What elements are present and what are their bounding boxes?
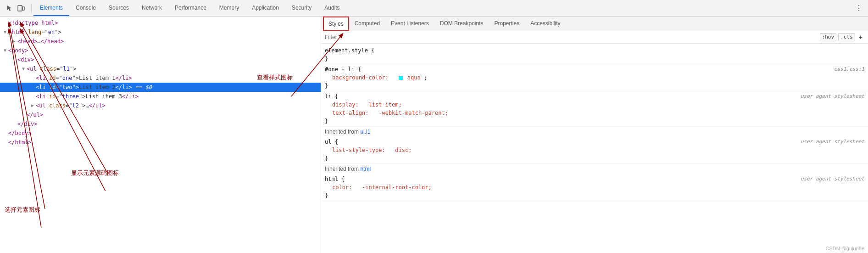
li-one-close: </li> bbox=[115, 73, 132, 83]
dom-line-ul[interactable]: ▼ <ul class =" l1 "> bbox=[0, 64, 321, 73]
list-style-val: disc; bbox=[395, 147, 412, 153]
filter-input[interactable] bbox=[325, 34, 820, 40]
device-toggle-icon[interactable] bbox=[17, 4, 26, 13]
select-element-icon[interactable] bbox=[6, 4, 15, 13]
tab-event-listeners[interactable]: Event Listeners bbox=[385, 17, 434, 31]
li-source: user agent stylesheet bbox=[801, 92, 864, 101]
dom-line-li-two[interactable]: <li id =" two "> List item 2 </li> == $0 bbox=[0, 83, 321, 92]
hov-button[interactable]: :hov bbox=[820, 33, 837, 41]
color-prop: color: bbox=[332, 184, 352, 191]
li-rule: li { user agent stylesheet display: list… bbox=[321, 91, 868, 127]
triangle-ul: ▼ bbox=[22, 64, 27, 73]
source-label: 显示元素源码图标 bbox=[71, 169, 119, 177]
body-close-tag: </body> bbox=[8, 129, 32, 138]
tab-performance[interactable]: Performance bbox=[168, 0, 213, 16]
add-style-button[interactable]: + bbox=[857, 33, 864, 41]
html-attr-lang-val: en bbox=[48, 28, 55, 37]
li-one-attr-val: one bbox=[62, 73, 72, 83]
ul-source: user agent stylesheet bbox=[801, 138, 864, 146]
display-val: list-item; bbox=[369, 101, 402, 108]
li-two-close: </li> bbox=[115, 83, 132, 92]
one-li-source[interactable]: css1.css:1 bbox=[834, 65, 864, 73]
dom-line-doctype[interactable]: <!doctype html> bbox=[0, 18, 321, 28]
ul-tag: <ul bbox=[27, 64, 37, 73]
tab-memory[interactable]: Memory bbox=[213, 0, 245, 16]
li-two-attr-val: two bbox=[62, 83, 72, 92]
triangle-html: ▼ bbox=[4, 28, 8, 37]
ul2-close: </ul> bbox=[89, 101, 106, 110]
tab-sources[interactable]: Sources bbox=[102, 0, 135, 16]
tab-properties[interactable]: Properties bbox=[489, 17, 525, 31]
svg-rect-1 bbox=[22, 7, 24, 10]
li-one-text: List item 1 bbox=[79, 73, 115, 83]
main-layout: <!doctype html> ▼ <html lang =" en "> ▶ … bbox=[0, 17, 868, 253]
inherited-from-html: Inherited from html bbox=[321, 164, 868, 174]
bg-color-prop: background-color: bbox=[332, 74, 389, 81]
styles-tabs: Styles Computed Event Listeners DOM Brea… bbox=[321, 17, 868, 31]
bg-color-val: aqua bbox=[407, 74, 421, 81]
tab-application[interactable]: Application bbox=[245, 0, 285, 16]
inherited-link-html[interactable]: html bbox=[360, 166, 371, 172]
dom-line-ul2[interactable]: ▶ <ul class =" l2 "> … </ul> bbox=[0, 101, 321, 110]
dom-line-html-close[interactable]: </html> bbox=[0, 138, 321, 147]
ul-close-tag: </ul> bbox=[27, 110, 43, 119]
ul-attr-class: class bbox=[40, 64, 56, 73]
dom-line-div[interactable]: <div> bbox=[0, 55, 321, 64]
text-align-prop: text-align: bbox=[332, 110, 368, 116]
body-tag: <body> bbox=[8, 46, 28, 55]
tab-computed[interactable]: Computed bbox=[349, 17, 385, 31]
list-style-prop: list-style-type: bbox=[332, 147, 385, 153]
filter-buttons: :hov .cls + bbox=[820, 33, 864, 41]
select-label: 选择元素图标 bbox=[5, 206, 40, 214]
dom-line-html[interactable]: ▼ <html lang =" en "> bbox=[0, 28, 321, 37]
dom-line-li-one[interactable]: <li id =" one "> List item 1 </li> bbox=[0, 73, 321, 83]
dom-line-div-close[interactable]: </div> bbox=[0, 119, 321, 129]
html-close-tag: </html> bbox=[8, 138, 32, 147]
div-tag: <div> bbox=[17, 55, 34, 64]
element-style-rule: element.style { } bbox=[321, 45, 868, 64]
div-close-tag: </div> bbox=[17, 119, 37, 129]
tab-elements[interactable]: Elements bbox=[33, 0, 69, 16]
tab-console[interactable]: Console bbox=[69, 0, 102, 16]
tab-audits[interactable]: Audits bbox=[318, 0, 346, 16]
dom-line-head[interactable]: ▶ <head> … </head> bbox=[0, 37, 321, 46]
li-three-close: </li> bbox=[122, 92, 139, 101]
more-tabs-button[interactable]: ⋮ bbox=[851, 4, 866, 12]
li-selector: li { bbox=[325, 93, 338, 100]
cls-button[interactable]: .cls bbox=[838, 33, 855, 41]
triangle-ul2: ▶ bbox=[31, 101, 36, 110]
dom-line-body[interactable]: ▼ <body> bbox=[0, 46, 321, 55]
html-tag: <html bbox=[8, 28, 25, 37]
tab-styles[interactable]: Styles bbox=[323, 17, 349, 31]
triangle-body: ▼ bbox=[4, 46, 8, 55]
tab-dom-breakpoints[interactable]: DOM Breakpoints bbox=[434, 17, 489, 31]
head-tag: <head> bbox=[17, 37, 37, 46]
li-two-tag: <li bbox=[36, 83, 46, 92]
toolbar-icons bbox=[2, 4, 29, 13]
dom-line-ul-close[interactable]: </ul> bbox=[0, 110, 321, 119]
display-prop: display: bbox=[332, 101, 359, 108]
color-val: -internal-root-color; bbox=[362, 184, 432, 191]
one-li-selector: #one + li { bbox=[325, 66, 361, 73]
html-attr-lang: lang bbox=[28, 28, 41, 37]
devtools-toolbar: Elements Console Sources Network Perform… bbox=[0, 0, 868, 17]
dom-line-li-three[interactable]: <li id =" three "> List item 3 </li> bbox=[0, 92, 321, 101]
dom-line-body-close[interactable]: </body> bbox=[0, 129, 321, 138]
li-one-attr: id bbox=[49, 73, 56, 83]
right-panel: Styles Computed Event Listeners DOM Brea… bbox=[321, 17, 868, 253]
text-align-val: -webkit-match-parent; bbox=[378, 110, 448, 116]
doctype-tag: <!doctype html> bbox=[8, 18, 58, 28]
html-rule: html { user agent stylesheet color: -int… bbox=[321, 174, 868, 201]
aqua-swatch[interactable] bbox=[399, 76, 403, 80]
ul-rule: ul { user agent stylesheet list-style-ty… bbox=[321, 137, 868, 164]
watermark: CSDN @gujunhe bbox=[825, 246, 864, 251]
tab-network[interactable]: Network bbox=[135, 0, 168, 16]
html-source: user agent stylesheet bbox=[801, 175, 864, 183]
li-two-attr: id bbox=[49, 83, 56, 92]
one-li-rule: #one + li { css1.css:1 background-color:… bbox=[321, 64, 868, 91]
inherited-link-ul[interactable]: ul.l1 bbox=[360, 129, 370, 135]
filter-bar: :hov .cls + bbox=[321, 31, 868, 44]
dom-tree: <!doctype html> ▼ <html lang =" en "> ▶ … bbox=[0, 17, 321, 149]
tab-accessibility[interactable]: Accessibility bbox=[525, 17, 566, 31]
tab-security[interactable]: Security bbox=[285, 0, 318, 16]
